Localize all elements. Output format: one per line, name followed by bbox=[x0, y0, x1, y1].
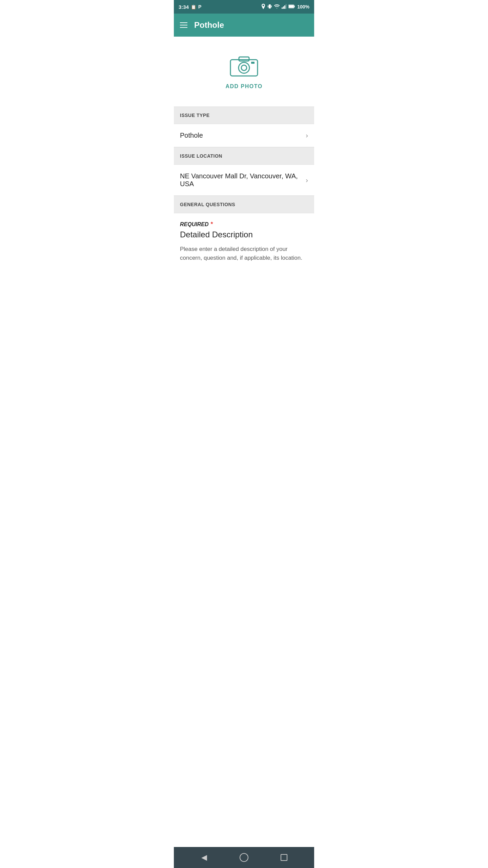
issue-location-header-text: ISSUE LOCATION bbox=[180, 153, 222, 159]
status-bar: 3:34 📋 P 100% bbox=[174, 0, 314, 14]
nav-home-button[interactable] bbox=[237, 850, 251, 865]
main-content: ADD PHOTO ISSUE TYPE Pothole › ISSUE LOC… bbox=[174, 37, 314, 847]
svg-point-12 bbox=[239, 62, 249, 73]
field-description: Please enter a detailed description of y… bbox=[180, 245, 308, 262]
clipboard-icon: 📋 bbox=[191, 4, 196, 9]
svg-rect-0 bbox=[269, 4, 271, 8]
svg-rect-14 bbox=[251, 62, 255, 64]
required-star: * bbox=[210, 221, 213, 228]
status-time: 3:34 bbox=[179, 4, 189, 10]
svg-rect-5 bbox=[284, 5, 285, 9]
issue-location-row[interactable]: NE Vancouver Mall Dr, Vancouver, WA, USA… bbox=[174, 165, 314, 196]
svg-rect-2 bbox=[271, 5, 272, 7]
battery-icon bbox=[288, 4, 295, 9]
svg-point-13 bbox=[241, 65, 247, 71]
issue-type-value: Pothole bbox=[180, 132, 203, 139]
svg-rect-6 bbox=[286, 4, 286, 9]
camera-icon bbox=[229, 54, 259, 79]
parking-icon: P bbox=[198, 4, 201, 9]
required-label-row: REQUIRED * bbox=[180, 221, 308, 228]
chevron-right-icon: › bbox=[306, 132, 308, 139]
nav-recent-button[interactable] bbox=[277, 850, 291, 865]
general-questions-header: GENERAL QUESTIONS bbox=[174, 196, 314, 213]
add-photo-label: ADD PHOTO bbox=[225, 83, 262, 90]
location-icon bbox=[261, 4, 265, 10]
vibrate-icon bbox=[267, 4, 272, 10]
hamburger-line-3 bbox=[180, 27, 187, 28]
app-title: Pothole bbox=[194, 20, 224, 30]
nav-home-icon bbox=[240, 853, 248, 862]
issue-location-value: NE Vancouver Mall Dr, Vancouver, WA, USA bbox=[180, 172, 306, 188]
signal-icon bbox=[282, 4, 286, 10]
svg-rect-3 bbox=[282, 7, 283, 9]
wifi-icon bbox=[274, 4, 280, 9]
svg-rect-9 bbox=[294, 5, 295, 7]
app-bar: Pothole bbox=[174, 14, 314, 37]
svg-rect-4 bbox=[283, 6, 284, 9]
issue-location-header: ISSUE LOCATION bbox=[174, 147, 314, 165]
bottom-nav: ◀ bbox=[174, 847, 314, 868]
nav-back-button[interactable]: ◀ bbox=[197, 850, 211, 865]
add-photo-section[interactable]: ADD PHOTO bbox=[174, 37, 314, 106]
nav-back-icon: ◀ bbox=[201, 853, 207, 862]
general-questions-content: REQUIRED * Detailed Description Please e… bbox=[174, 213, 314, 270]
hamburger-line-1 bbox=[180, 22, 187, 23]
issue-type-header: ISSUE TYPE bbox=[174, 106, 314, 124]
issue-type-header-text: ISSUE TYPE bbox=[180, 113, 209, 118]
svg-rect-11 bbox=[239, 57, 249, 61]
chevron-right-icon-location: › bbox=[306, 176, 308, 184]
svg-rect-8 bbox=[289, 5, 294, 8]
field-title: Detailed Description bbox=[180, 230, 308, 239]
required-text: REQUIRED bbox=[180, 221, 208, 228]
status-bar-left: 3:34 📋 P bbox=[179, 4, 201, 10]
svg-rect-1 bbox=[268, 5, 268, 7]
hamburger-menu-button[interactable] bbox=[180, 22, 187, 28]
status-bar-right: 100% bbox=[261, 4, 309, 10]
nav-recent-icon bbox=[281, 854, 287, 861]
general-questions-header-text: GENERAL QUESTIONS bbox=[180, 202, 235, 207]
hamburger-line-2 bbox=[180, 25, 187, 25]
issue-type-row[interactable]: Pothole › bbox=[174, 124, 314, 147]
battery-percent: 100% bbox=[297, 4, 309, 9]
